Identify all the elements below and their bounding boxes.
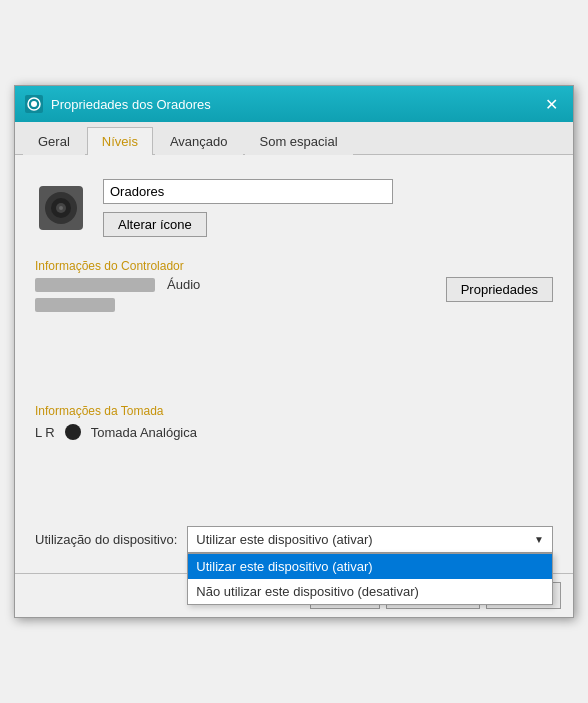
- title-bar: Propriedades dos Oradores ✕: [15, 86, 573, 122]
- controller-left: Áudio: [35, 277, 200, 312]
- tab-niveis[interactable]: Níveis: [87, 127, 153, 155]
- controller-info: Áudio Propriedades: [35, 277, 553, 312]
- dropdown-arrow-icon: ▼: [534, 534, 544, 545]
- controller-audio-row: Áudio: [35, 277, 200, 292]
- dropdown-option-2[interactable]: Não utilizar este dispositivo (desativar…: [188, 579, 552, 604]
- tab-bar: Geral Níveis Avançado Som espacial: [15, 122, 573, 155]
- jack-name-label: Tomada Analógica: [91, 425, 197, 440]
- tab-geral[interactable]: Geral: [23, 127, 85, 155]
- tab-som-espacial[interactable]: Som espacial: [245, 127, 353, 155]
- usage-row: Utilização do dispositivo: Utilizar este…: [35, 526, 553, 553]
- usage-label: Utilização do dispositivo:: [35, 532, 177, 547]
- change-icon-button[interactable]: Alterar ícone: [103, 212, 207, 237]
- controller-bar-2: [35, 298, 115, 312]
- usage-dropdown[interactable]: Utilizar este dispositivo (ativar) ▼: [187, 526, 553, 553]
- tab-avancado[interactable]: Avançado: [155, 127, 243, 155]
- jack-info: L R Tomada Analógica: [35, 424, 553, 440]
- jack-section-label: Informações da Tomada: [35, 404, 553, 418]
- app-icon: [25, 95, 43, 113]
- dropdown-popup: Utilizar este dispositivo (ativar) Não u…: [187, 553, 553, 605]
- dropdown-option-1[interactable]: Utilizar este dispositivo (ativar): [188, 554, 552, 579]
- close-button[interactable]: ✕: [539, 92, 563, 116]
- title-bar-left: Propriedades dos Oradores: [25, 95, 211, 113]
- controller-section: Informações do Controlador Áudio Proprie…: [35, 259, 553, 312]
- properties-button[interactable]: Propriedades: [446, 277, 553, 302]
- device-name-row: Alterar ícone: [35, 171, 553, 245]
- usage-selected-value: Utilizar este dispositivo (ativar): [196, 532, 528, 547]
- jack-lr-label: L R: [35, 425, 55, 440]
- spacer-area: [35, 326, 553, 386]
- controller-section-label: Informações do Controlador: [35, 259, 553, 273]
- device-icon: [35, 182, 87, 234]
- svg-point-6: [59, 206, 63, 210]
- jack-dot-icon: [65, 424, 81, 440]
- name-section: Alterar ícone: [103, 179, 393, 237]
- usage-dropdown-wrapper: Utilizar este dispositivo (ativar) ▼ Uti…: [187, 526, 553, 553]
- controller-bar-1: [35, 278, 155, 292]
- spacer-bottom: [35, 454, 553, 504]
- main-content: Alterar ícone Informações do Controlador…: [15, 155, 573, 569]
- jack-section: Informações da Tomada L R Tomada Analógi…: [35, 404, 553, 440]
- audio-label: Áudio: [167, 277, 200, 292]
- dialog-window: Propriedades dos Oradores ✕ Geral Níveis…: [14, 85, 574, 618]
- device-name-input[interactable]: [103, 179, 393, 204]
- window-title: Propriedades dos Oradores: [51, 97, 211, 112]
- svg-point-1: [31, 101, 37, 107]
